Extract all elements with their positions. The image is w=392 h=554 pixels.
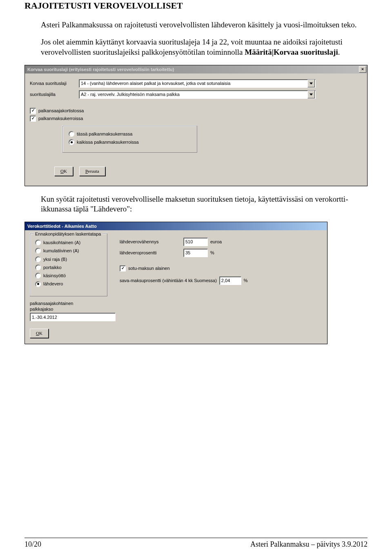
palkkajakso-field[interactable]: 1.-30.4.2012 bbox=[30, 313, 116, 321]
label-suorituslajilla: suorituslajilla bbox=[30, 91, 79, 97]
middle-paragraph: Kun syötät rajoitetusti verovelvollisell… bbox=[41, 194, 359, 214]
sotu-label: sotu-maksun alainen bbox=[128, 265, 170, 271]
check1-label: palkansaajakortistossa bbox=[38, 108, 84, 113]
check-sotu-alainen[interactable]: sotu-maksun alainen bbox=[120, 265, 322, 271]
footer-page-number: 10/20 bbox=[24, 540, 41, 549]
radio-icon bbox=[35, 281, 41, 287]
radio-label: yksi raja (B) bbox=[43, 256, 67, 262]
combo-korvaa-suorituslaji[interactable]: 14 - (vanha) lähdeveron alaiset palkat j… bbox=[79, 79, 316, 88]
checkbox-icon bbox=[30, 116, 36, 122]
radio-label: portaikko bbox=[43, 265, 62, 270]
combo1-value: 14 - (vanha) lähdeveron alaiset palkat j… bbox=[81, 80, 307, 86]
unit-percent: % bbox=[210, 250, 227, 256]
check-palkansaajakortistossa[interactable]: palkansaajakortistossa bbox=[30, 108, 362, 114]
unit-percent: % bbox=[244, 278, 248, 283]
dialog1-title: Korvaa suorituslaji (erityisesti rajoite… bbox=[26, 67, 359, 72]
radio-icon bbox=[69, 131, 74, 137]
radio-label: lähdevero bbox=[43, 281, 63, 287]
dialog1-titlebar[interactable]: Korvaa suorituslaji (erityisesti rajoite… bbox=[25, 65, 367, 73]
palkkajakso-block: palkansaajakohtainen palkkajakso 1.-30.4… bbox=[30, 300, 107, 322]
radio-tassa-kerrassa[interactable]: tässä palkanmaksukerrassa bbox=[69, 131, 191, 137]
radio-group-kerrat: tässä palkanmaksukerrassa kaikissa palka… bbox=[62, 126, 197, 153]
checkbox-icon bbox=[30, 108, 36, 114]
check2-label: palkanmaksukerroissa bbox=[38, 116, 83, 121]
sava-value: 2,04 bbox=[221, 278, 230, 283]
checkbox-icon bbox=[120, 265, 126, 271]
fieldset-laskentatapa: Ennakonpidätyksen laskentatapa kausikoht… bbox=[30, 234, 107, 296]
intro2-command: Määritä|Korvaa suorituslaji bbox=[245, 48, 338, 56]
radio-label: käsinsyöttö bbox=[43, 273, 66, 278]
radio-portaikko[interactable]: portaikko bbox=[35, 265, 102, 270]
field-sava[interactable]: 2,04 bbox=[219, 276, 241, 285]
dialog2-titlebar[interactable]: Verokorttitiedot - Aikamies Aatto bbox=[25, 222, 327, 230]
lvv-value: 510 bbox=[185, 239, 193, 245]
dialog-korvaa-suorituslaji: Korvaa suorituslaji (erityisesti rajoite… bbox=[24, 65, 368, 186]
radio-icon bbox=[35, 273, 41, 278]
close-icon[interactable]: × bbox=[359, 66, 366, 73]
radio-kausikohtainen[interactable]: kausikohtainen (A) bbox=[35, 240, 102, 245]
radio1-label: tässä palkanmaksukerrassa bbox=[77, 131, 132, 137]
ok-button[interactable]: OK bbox=[54, 167, 73, 176]
radio-kumulatiivinen[interactable]: kumulatiivinen (A) bbox=[35, 248, 102, 254]
radio-icon bbox=[69, 139, 74, 145]
radio-icon bbox=[35, 265, 41, 270]
radio-yksi-raja[interactable]: yksi raja (B) bbox=[35, 256, 102, 262]
page-footer: 10/20 Asteri Palkanmaksu – päivitys 3.9.… bbox=[24, 538, 368, 549]
intro-paragraph-1: Asteri Palkanmaksussa on rajoitetusti ve… bbox=[41, 20, 359, 30]
field-lahdeveroprosentti[interactable]: 35 bbox=[183, 249, 208, 257]
radio-kaikissa-kerroissa[interactable]: kaikissa palkanmaksukerroissa bbox=[69, 139, 191, 145]
chevron-down-icon[interactable] bbox=[307, 91, 315, 98]
cancel-label-rest: eruuta bbox=[88, 169, 99, 174]
label-lahdeveroprosentti: lähdeveroprosentti bbox=[120, 250, 181, 256]
radio-lahdevero[interactable]: lähdevero bbox=[35, 281, 102, 287]
page-heading: RAJOITETUSTI VEROVELVOLLISET bbox=[24, 0, 368, 12]
lvp-value: 35 bbox=[185, 250, 190, 256]
fieldset-legend: Ennakonpidätyksen laskentatapa bbox=[33, 231, 102, 237]
ok-label-rest: K bbox=[64, 169, 67, 174]
intro-paragraph-2: Jos olet aiemmin käyttänyt korvaavia suo… bbox=[41, 37, 359, 57]
pjakso-label1: palkansaajakohtainen bbox=[30, 300, 107, 306]
pjakso-label2: palkkajakso bbox=[30, 306, 107, 312]
radio-icon bbox=[35, 240, 41, 245]
radio-icon bbox=[35, 256, 41, 262]
ok2-rest: K bbox=[39, 331, 42, 336]
pjakso-value: 1.-30.4.2012 bbox=[32, 314, 57, 320]
label-lahdeverovahennys: lähdeverovähennys bbox=[120, 239, 181, 245]
footer-version: Asteri Palkanmaksu – päivitys 3.9.2012 bbox=[250, 540, 368, 549]
combo2-value: A2 - raj. verovelv. Julkisyhteisön maksa… bbox=[81, 91, 307, 97]
check-palkanmaksukerroissa[interactable]: palkanmaksukerroissa bbox=[30, 116, 362, 122]
cancel-button[interactable]: Peruuta bbox=[79, 167, 105, 176]
dialog2-title: Verokorttitiedot - Aikamies Aatto bbox=[26, 223, 326, 229]
chevron-down-icon[interactable] bbox=[307, 80, 315, 87]
unit-euroa: euroa bbox=[210, 239, 227, 245]
dialog-verokorttitiedot: Verokorttitiedot - Aikamies Aatto Ennako… bbox=[24, 222, 327, 344]
radio-kasinsyotto[interactable]: käsinsyöttö bbox=[35, 273, 102, 278]
radio-label: kausikohtainen (A) bbox=[43, 240, 80, 245]
intro2-text-b: . bbox=[338, 48, 340, 56]
field-lahdeverovahennys[interactable]: 510 bbox=[183, 238, 208, 246]
combo-suorituslajilla[interactable]: A2 - raj. verovelv. Julkisyhteisön maksa… bbox=[79, 90, 316, 99]
radio2-label: kaikissa palkanmaksukerroissa bbox=[77, 139, 139, 145]
ok-button[interactable]: OK bbox=[30, 329, 49, 338]
label-korvaa-suorituslaji: Korvaa suorituslaji bbox=[30, 80, 79, 86]
label-sava: sava-maksuprosentti (vähintään 4 kk Suom… bbox=[120, 278, 217, 283]
radio-icon bbox=[35, 248, 41, 254]
radio-label: kumulatiivinen (A) bbox=[43, 248, 79, 254]
